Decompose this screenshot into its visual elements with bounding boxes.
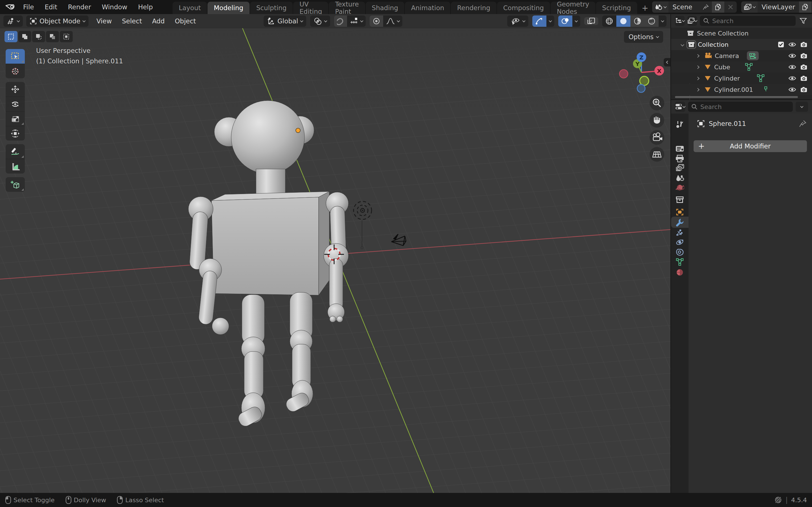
show-gizmo-toggle[interactable] <box>532 15 546 27</box>
scene-delete-button[interactable] <box>724 1 737 13</box>
row-cube[interactable]: Cube <box>671 61 812 73</box>
tab-animation[interactable]: Animation <box>405 2 450 14</box>
tool-box-select[interactable] <box>6 49 25 64</box>
tab-geometry-nodes[interactable]: Geometry Nodes <box>551 2 596 14</box>
select-mode-invert[interactable] <box>46 31 59 42</box>
gizmo-dropdown[interactable] <box>546 15 554 27</box>
tab-view-layer[interactable] <box>671 162 689 173</box>
viewlayer-name[interactable]: ViewLayer <box>758 3 799 11</box>
object-visibility-dropdown[interactable] <box>507 15 528 27</box>
properties-options-dropdown[interactable] <box>796 102 808 112</box>
tool-annotate[interactable] <box>6 144 25 159</box>
snap-magnet-toggle[interactable] <box>334 15 347 27</box>
viewlayer-copy-button[interactable] <box>799 1 811 13</box>
collection-checkbox[interactable] <box>777 41 784 48</box>
tab-world[interactable] <box>671 182 689 193</box>
tab-texture-paint[interactable]: Texture Paint <box>329 2 365 14</box>
mesh-data-icon[interactable] <box>745 63 753 71</box>
outliner-filter-button[interactable] <box>799 16 808 26</box>
shading-solid-button[interactable] <box>616 15 630 27</box>
tool-add-cube[interactable] <box>6 177 25 192</box>
row-collection[interactable]: Collection <box>671 39 812 50</box>
menu-view[interactable]: View <box>93 16 116 26</box>
select-mode-set[interactable] <box>4 31 17 42</box>
tab-modifiers[interactable] <box>671 217 689 228</box>
transform-orientation-dropdown[interactable]: Global <box>264 15 306 27</box>
outliner-scrollbar[interactable] <box>675 96 798 98</box>
render-camera-icon[interactable] <box>800 41 808 48</box>
collection-expand-icon[interactable] <box>680 43 684 47</box>
camera-view-button[interactable] <box>650 130 664 145</box>
render-camera-icon[interactable] <box>800 75 808 81</box>
expand-icon[interactable] <box>696 54 700 58</box>
tool-cursor[interactable] <box>6 64 25 78</box>
overlays-dropdown[interactable] <box>572 15 580 27</box>
tab-object-data[interactable] <box>671 256 689 268</box>
expand-icon[interactable] <box>696 88 700 92</box>
row-cylinder[interactable]: Cylinder <box>671 73 812 84</box>
expand-icon[interactable] <box>696 76 700 80</box>
menu-file[interactable]: File <box>18 2 39 12</box>
zoom-button[interactable] <box>650 96 664 110</box>
select-mode-intersect[interactable] <box>60 31 73 42</box>
viewport-canvas[interactable]: X Y Z <box>0 28 670 493</box>
menu-window[interactable]: Window <box>97 2 132 12</box>
menu-select[interactable]: Select <box>118 16 146 26</box>
select-mode-subtract[interactable] <box>32 31 45 42</box>
shading-wireframe-button[interactable] <box>602 15 616 27</box>
menu-render[interactable]: Render <box>63 2 96 12</box>
gizmo-neg-x-ball[interactable] <box>619 69 628 78</box>
xray-toggle[interactable] <box>584 17 598 25</box>
snap-target-dropdown[interactable] <box>347 15 366 27</box>
select-mode-extend[interactable] <box>18 31 31 42</box>
mode-dropdown[interactable]: Object Mode <box>26 15 89 27</box>
tab-tool[interactable] <box>671 119 689 130</box>
properties-search-input[interactable] <box>700 103 790 110</box>
hide-eye-icon[interactable] <box>788 87 796 93</box>
render-camera-icon[interactable] <box>800 87 808 93</box>
editor-type-dropdown[interactable] <box>3 15 23 27</box>
menu-object[interactable]: Object <box>171 16 200 26</box>
show-overlays-toggle[interactable] <box>558 15 572 27</box>
3d-viewport[interactable]: Object Mode View Select Add Object Globa… <box>0 14 670 493</box>
tool-rotate[interactable] <box>6 97 25 111</box>
gizmo-neg-y-ball[interactable] <box>640 76 649 86</box>
menu-edit[interactable]: Edit <box>40 2 62 12</box>
menu-help[interactable]: Help <box>134 2 157 12</box>
tool-measure[interactable] <box>6 159 25 173</box>
hide-eye-icon[interactable] <box>788 41 796 48</box>
tab-scripting[interactable]: Scripting <box>596 2 637 14</box>
tab-material[interactable] <box>671 267 689 278</box>
expand-icon[interactable] <box>696 65 700 69</box>
outliner-display-mode-dropdown[interactable] <box>688 16 697 26</box>
shading-material-button[interactable] <box>630 15 645 27</box>
tab-shading[interactable]: Shading <box>366 2 404 14</box>
tab-scene[interactable] <box>671 172 689 183</box>
add-modifier-button[interactable]: + Add Modifier <box>694 140 807 152</box>
proportional-editing-toggle[interactable] <box>370 15 383 27</box>
tool-move[interactable] <box>6 82 25 97</box>
scene-name[interactable]: Scene <box>668 3 700 11</box>
scene-pin-icon[interactable] <box>700 1 712 13</box>
tab-collection[interactable] <box>671 194 689 205</box>
tab-rendering[interactable]: Rendering <box>451 2 496 14</box>
tab-physics[interactable] <box>671 237 689 248</box>
pin-icon[interactable] <box>799 120 806 127</box>
properties-search[interactable] <box>688 102 793 112</box>
mesh-data-partial-icon[interactable] <box>764 86 767 93</box>
gizmo-neg-z-ball[interactable] <box>637 84 645 93</box>
sidebar-collapse-arrow[interactable] <box>664 58 670 66</box>
row-cylinder-001[interactable]: Cylinder.001 <box>671 84 812 95</box>
render-camera-icon[interactable] <box>800 64 808 70</box>
breadcrumb-object-name[interactable]: Sphere.011 <box>709 120 746 127</box>
tab-uv-editing[interactable]: UV Editing <box>293 2 328 14</box>
tool-transform[interactable] <box>6 126 25 140</box>
mesh-data-icon[interactable] <box>757 74 765 82</box>
tab-particles[interactable] <box>671 227 689 238</box>
outliner-search[interactable] <box>700 16 796 26</box>
shading-rendered-button[interactable] <box>645 15 659 27</box>
hide-eye-icon[interactable] <box>788 64 796 70</box>
scene-browse-button[interactable] <box>652 1 668 13</box>
tool-scale[interactable] <box>6 111 25 126</box>
tab-sculpting[interactable]: Sculpting <box>250 2 293 14</box>
